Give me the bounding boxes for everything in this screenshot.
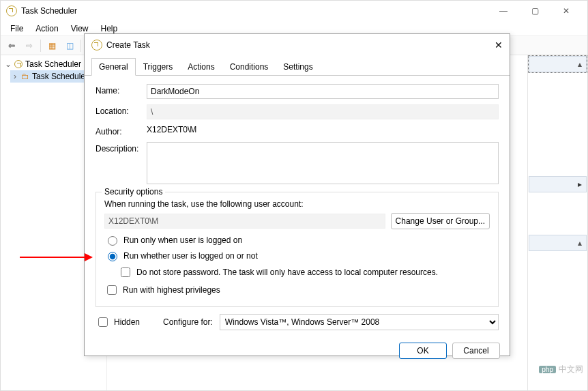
menu-action[interactable]: Action	[30, 23, 63, 35]
back-button[interactable]: ⇦	[3, 38, 20, 53]
toolbar-icon-2[interactable]: ◫	[61, 38, 78, 53]
location-label: Location:	[95, 104, 147, 116]
checkbox-highest-privileges[interactable]	[107, 285, 117, 295]
change-user-button[interactable]: Change User or Group...	[391, 213, 490, 229]
checkbox-no-store-password[interactable]	[121, 267, 130, 277]
location-value: \	[147, 104, 499, 119]
dialog-title: Create Task	[106, 40, 150, 50]
watermark: php 中文网	[539, 364, 583, 375]
watermark-tag: php	[539, 366, 556, 373]
clock-icon	[14, 60, 23, 68]
description-input[interactable]	[147, 142, 499, 184]
actions-panel: ▴ ▸ ▴	[527, 55, 587, 390]
main-titlebar: Task Scheduler — ▢ ✕	[1, 1, 587, 21]
highest-privileges-label: Run with highest privileges	[123, 285, 220, 295]
radio-logged-on-label: Run only when user is logged on	[123, 235, 242, 245]
minimize-button[interactable]: —	[488, 1, 519, 21]
tab-conditions[interactable]: Conditions	[222, 58, 276, 76]
tab-triggers[interactable]: Triggers	[136, 58, 181, 76]
annotation-arrow	[20, 253, 93, 261]
tree-root-label: Task Scheduler (L	[25, 59, 91, 69]
close-button[interactable]: ✕	[550, 1, 582, 21]
create-task-dialog: Create Task ✕ General Triggers Actions C…	[84, 33, 510, 356]
security-account: X12DEXT0\M	[104, 214, 385, 229]
no-store-password-label: Do not store password. The task will onl…	[136, 267, 438, 277]
security-legend: Security options	[102, 187, 165, 197]
action-header-3[interactable]: ▴	[529, 235, 587, 251]
name-input[interactable]	[147, 84, 499, 99]
forward-button[interactable]: ⇨	[21, 38, 38, 53]
dialog-icon	[91, 40, 102, 50]
main-title: Task Scheduler	[21, 6, 77, 16]
tab-general[interactable]: General	[91, 58, 136, 76]
cancel-button[interactable]: Cancel	[452, 343, 500, 359]
name-label: Name:	[95, 84, 147, 96]
radio-whether-label: Run whether user is logged on or not	[123, 251, 258, 261]
menu-file[interactable]: File	[5, 23, 29, 35]
dialog-tabs: General Triggers Actions Conditions Sett…	[85, 57, 510, 76]
watermark-text: 中文网	[559, 364, 583, 375]
dialog-close-button[interactable]: ✕	[495, 40, 503, 50]
author-label: Author:	[95, 125, 147, 136]
app-icon	[6, 5, 17, 16]
checkbox-hidden[interactable]	[98, 317, 108, 327]
action-header-2[interactable]: ▸	[529, 176, 587, 192]
configure-for-label: Configure for:	[163, 317, 213, 327]
configure-for-select[interactable]: Windows Vista™, Windows Server™ 2008	[220, 314, 499, 330]
radio-whether-logged[interactable]	[108, 252, 117, 261]
radio-logged-on[interactable]	[108, 236, 117, 246]
tab-actions[interactable]: Actions	[180, 58, 222, 76]
ok-button[interactable]: OK	[399, 343, 447, 359]
security-prompt: When running the task, use the following…	[104, 199, 304, 209]
menu-help[interactable]: Help	[95, 23, 123, 35]
toolbar-icon-1[interactable]: ▦	[44, 38, 60, 53]
description-label: Description:	[95, 142, 147, 154]
author-value: X12DEXT0\M	[147, 125, 196, 134]
tab-settings[interactable]: Settings	[276, 58, 320, 76]
menu-view[interactable]: View	[65, 23, 94, 35]
tree-library-label: Task Schedule	[32, 72, 85, 81]
maximize-button[interactable]: ▢	[519, 1, 550, 21]
task-scheduler-window: Task Scheduler — ▢ ✕ File Action View He…	[0, 0, 588, 391]
security-options-group: Security options When running the task, …	[95, 192, 499, 307]
hidden-label: Hidden	[114, 317, 140, 327]
action-header-1[interactable]: ▴	[529, 56, 587, 72]
